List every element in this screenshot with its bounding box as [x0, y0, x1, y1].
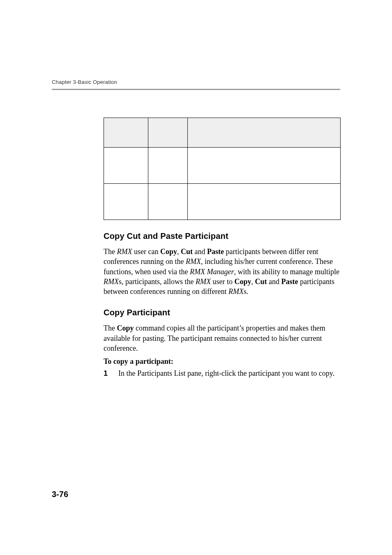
table-header-cell — [104, 118, 148, 148]
table-header-cell — [188, 118, 341, 148]
content-area: Copy Cut and Paste Participant The RMX u… — [104, 118, 340, 379]
table-header-row — [104, 118, 341, 148]
page: Chapter 3-Basic Operation — [0, 0, 392, 555]
table-row — [104, 148, 341, 184]
step-text: In the Participants List pane, right-cli… — [118, 368, 334, 378]
section-heading-copy-cut-paste: Copy Cut and Paste Participant — [104, 231, 340, 241]
table-cell — [104, 148, 148, 184]
page-number: 3-76 — [52, 490, 68, 499]
table-cell — [188, 184, 341, 220]
table-cell — [104, 184, 148, 220]
table-row — [104, 184, 341, 220]
step-number: 1 — [104, 368, 111, 378]
section-paragraph: The RMX user can Copy, Cut and Paste par… — [104, 247, 340, 296]
table-header-cell — [148, 118, 188, 148]
section-heading-copy-participant: Copy Participant — [104, 308, 340, 317]
table-cell — [188, 148, 341, 184]
procedure-step: 1 In the Participants List pane, right-c… — [104, 368, 340, 378]
properties-table — [104, 118, 341, 220]
section-paragraph: The Copy command copies all the particip… — [104, 323, 340, 353]
table-cell — [148, 184, 188, 220]
header-rule — [52, 89, 340, 90]
running-head: Chapter 3-Basic Operation — [52, 79, 117, 85]
procedure-lead: To copy a participant: — [104, 357, 340, 366]
table-cell — [148, 148, 188, 184]
